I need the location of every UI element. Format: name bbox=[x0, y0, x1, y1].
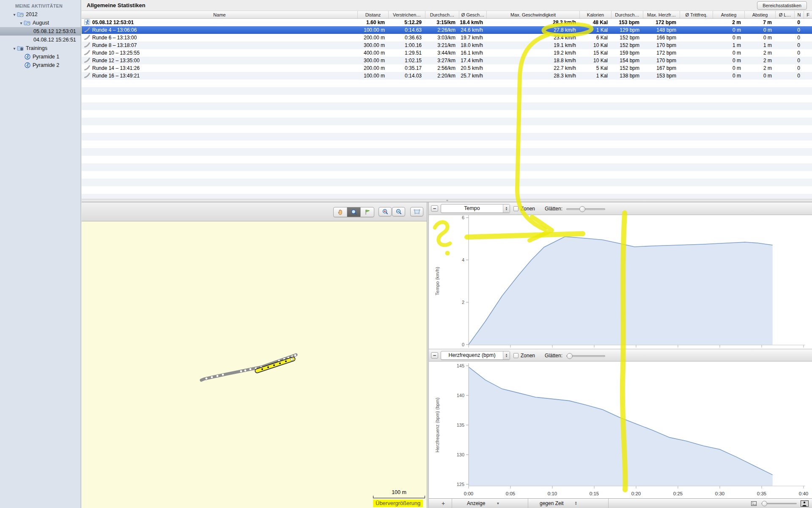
cell: 0 bbox=[794, 19, 804, 26]
lap-icon bbox=[84, 57, 90, 64]
cell: 17.4 km/h bbox=[459, 57, 486, 64]
column-header--gesch-[interactable]: Ø Gesch… bbox=[459, 11, 486, 18]
sidebar-item-04-08-12-15-26-51[interactable]: 04.08.12 15:26:51 bbox=[0, 36, 81, 44]
pan-hand-tool-button[interactable] bbox=[334, 207, 347, 217]
cell: 170 bpm bbox=[643, 41, 680, 49]
cell: 2 m bbox=[744, 64, 775, 72]
table-row[interactable]: Runde 10 – 13:25:55400.00 m1:29.513:44/k… bbox=[82, 49, 812, 57]
slider-knob[interactable] bbox=[579, 206, 585, 212]
gegen-zeit-dropdown[interactable]: gegen Zeit ▲▼ bbox=[540, 500, 577, 507]
cell: 153 bpm bbox=[643, 72, 680, 80]
gegen-zeit-label: gegen Zeit bbox=[540, 500, 564, 506]
sidebar-item-label: Pyramide 1 bbox=[33, 54, 59, 60]
cell bbox=[804, 41, 812, 49]
cell bbox=[775, 72, 794, 80]
zoom-select-tool-button[interactable] bbox=[347, 207, 360, 217]
column-header-durchsch-[interactable]: Durchsch… bbox=[425, 11, 459, 18]
cell: 20.5 km/h bbox=[459, 64, 486, 72]
sidebar-item-trainings[interactable]: ▾Trainings bbox=[0, 44, 81, 52]
disclosure-triangle-icon[interactable]: ▾ bbox=[12, 46, 17, 51]
y-tick-label: 0 bbox=[462, 342, 464, 347]
sidebar-item-05-08-12-12-53-01[interactable]: 05.08.12 12:53:01 bbox=[0, 27, 81, 36]
x-tick-label: 0:30 bbox=[715, 491, 724, 496]
chart-metric-dropdown[interactable]: Herzfrequenz (bpm) ▲▼ bbox=[441, 351, 510, 360]
cell: 19.2 km/h bbox=[486, 49, 579, 57]
column-header-durchsch-[interactable]: Durchsch… bbox=[611, 11, 643, 18]
collapse-chart-button[interactable]: − bbox=[431, 205, 438, 212]
cell: 3:21/km bbox=[425, 41, 459, 49]
anzeige-dropdown[interactable]: Anzeige ▼ bbox=[467, 500, 499, 507]
table-row[interactable]: Runde 4 – 13:06:06100.00 m0:14.632:26/km… bbox=[82, 26, 812, 34]
slider-knob[interactable] bbox=[567, 353, 573, 359]
table-header-row[interactable]: NameDistanzVerstrichen…Durchsch…Ø Gesch…… bbox=[82, 11, 812, 19]
table-row[interactable]: Runde 12 – 13:35:00300.00 m1:02.153:27/k… bbox=[82, 57, 812, 64]
column-header-n[interactable]: N bbox=[794, 11, 804, 18]
table-row[interactable]: Runde 6 – 13:13:00200.00 m0:36.633:03/km… bbox=[82, 34, 812, 41]
chart-metric-dropdown[interactable]: Tempo ▲▼ bbox=[441, 204, 510, 213]
column-header-kalorien[interactable]: Kalorien bbox=[579, 11, 611, 18]
cell: 400.00 m bbox=[357, 49, 388, 57]
disclosure-triangle-icon[interactable]: ▾ bbox=[19, 21, 24, 25]
cell: 1:02.15 bbox=[388, 57, 425, 64]
column-header-max-geschwindigkeit[interactable]: Max. Geschwindigkeit bbox=[486, 11, 579, 18]
column-header-distanz[interactable]: Distanz bbox=[357, 11, 388, 18]
column-header--trittfreq-[interactable]: Ø Trittfreq. bbox=[680, 11, 713, 18]
marquee-tool-button[interactable] bbox=[410, 207, 423, 216]
cell: 25.7 km/h bbox=[459, 72, 486, 80]
sidebar-item-pyramide-2[interactable]: Pyramide 2 bbox=[0, 61, 81, 69]
column-header-name[interactable]: Name bbox=[82, 11, 357, 18]
sidebar-item-2012[interactable]: ▾2012 bbox=[0, 10, 81, 19]
cell: 148 bpm bbox=[643, 26, 680, 34]
range-statistics-button[interactable]: Bereichsstatistiken bbox=[757, 1, 807, 10]
y-tick-label: 130 bbox=[457, 452, 464, 457]
add-chart-button[interactable]: + bbox=[439, 500, 447, 507]
cell: 0 m bbox=[713, 57, 744, 64]
table-row[interactable]: Runde 8 – 13:18:07300.00 m1:00.163:21/km… bbox=[82, 41, 812, 49]
cell: 2:56/km bbox=[425, 64, 459, 72]
cell: 138 bpm bbox=[611, 72, 643, 80]
column-header-max-herzfr-[interactable]: Max. Herzfr… bbox=[643, 11, 680, 18]
chart-zoom-slider[interactable] bbox=[761, 503, 797, 504]
y-tick-label: 135 bbox=[457, 422, 464, 428]
column-header-verstrichen-[interactable]: Verstrichen… bbox=[388, 11, 425, 18]
cell: 3:27/km bbox=[425, 57, 459, 64]
cell bbox=[804, 64, 812, 72]
cell: 300.00 m bbox=[357, 41, 388, 49]
cell bbox=[680, 49, 713, 57]
chart-header-tempo: − Tempo ▲▼ Zonen Glätten: bbox=[429, 202, 812, 215]
zonen-checkbox[interactable] bbox=[513, 206, 518, 211]
map-area[interactable]: 100 m Übervergrößerung bbox=[82, 221, 427, 508]
column-header-f[interactable]: F bbox=[804, 11, 812, 18]
thumbnail-large-icon[interactable] bbox=[801, 500, 809, 507]
lap-icon bbox=[84, 65, 90, 72]
zonen-checkbox[interactable] bbox=[513, 353, 518, 358]
sidebar-item-pyramide-1[interactable]: Pyramide 1 bbox=[0, 52, 81, 61]
cell: 24.6 km/h bbox=[459, 26, 486, 34]
flag-tool-button[interactable] bbox=[360, 207, 374, 217]
chart-area-1 bbox=[469, 367, 773, 486]
table-row[interactable]: Runde 14 – 13:41:26200.00 m0:35.172:56/k… bbox=[82, 64, 812, 72]
glaetten-slider[interactable] bbox=[566, 208, 605, 210]
row-name: Runde 12 – 13:35:00 bbox=[92, 58, 140, 64]
table-row[interactable]: 05.08.12 12:53:011.60 km5:12.293:15/km18… bbox=[82, 19, 812, 26]
slider-knob[interactable] bbox=[762, 501, 767, 506]
cell: 28.3 km/h bbox=[486, 72, 579, 80]
cell: 0 bbox=[794, 64, 804, 72]
column-header-abstieg[interactable]: Abstieg bbox=[744, 11, 775, 18]
horizontal-splitter[interactable] bbox=[82, 199, 812, 202]
sidebar-item-august[interactable]: ▾August bbox=[0, 19, 81, 27]
disclosure-triangle-icon[interactable]: ▾ bbox=[12, 12, 17, 17]
column-header--l-[interactable]: Ø L… bbox=[775, 11, 794, 18]
cell: 152 bpm bbox=[611, 41, 643, 49]
table-row[interactable]: Runde 16 – 13:49:21100.00 m0:14.032:20/k… bbox=[82, 72, 812, 80]
zoom-in-tool-button[interactable] bbox=[379, 207, 392, 216]
cell: 1:29.51 bbox=[388, 49, 425, 57]
y-tick-label: 4 bbox=[462, 257, 464, 262]
collapse-chart-button[interactable]: − bbox=[431, 352, 438, 359]
zoom-out-tool-button[interactable] bbox=[392, 207, 405, 216]
glaetten-slider[interactable] bbox=[566, 355, 605, 357]
cell: 170 bpm bbox=[643, 57, 680, 64]
cell: 0 m bbox=[744, 26, 775, 34]
column-header-anstieg[interactable]: Anstieg bbox=[713, 11, 744, 18]
cell: 0 m bbox=[713, 64, 744, 72]
